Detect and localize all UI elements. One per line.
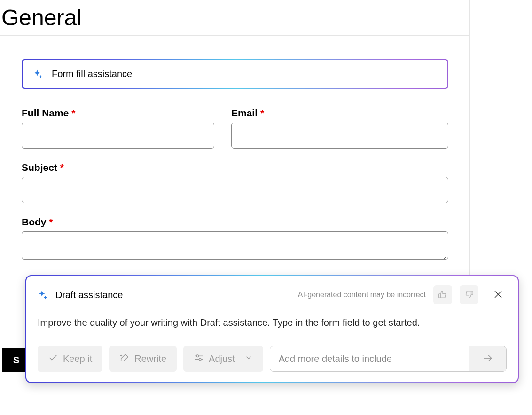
- ai-disclaimer: AI-generated content may be incorrect: [298, 291, 426, 299]
- page-title: General: [0, 0, 469, 36]
- draft-body-text: Improve the quality of your writing with…: [38, 317, 507, 328]
- rewrite-button[interactable]: Rewrite: [109, 346, 177, 372]
- details-input[interactable]: [270, 346, 469, 371]
- adjust-button[interactable]: Adjust: [183, 346, 263, 372]
- body-label: Body *: [22, 216, 448, 228]
- thumbs-up-button[interactable]: [433, 285, 452, 304]
- check-icon: [48, 353, 58, 365]
- sliders-icon: [194, 353, 204, 365]
- body-textarea[interactable]: [22, 231, 448, 260]
- draft-assistance-panel: Draft assistance AI-generated content ma…: [25, 275, 519, 383]
- email-input[interactable]: [231, 123, 448, 149]
- sparkle-icon: [38, 290, 48, 300]
- draft-title: Draft assistance: [55, 290, 290, 300]
- send-button[interactable]: [469, 346, 506, 371]
- subject-input[interactable]: [22, 177, 448, 203]
- arrow-right-icon: [482, 352, 494, 366]
- full-name-input[interactable]: [22, 123, 214, 149]
- email-label: Email *: [231, 108, 448, 119]
- svg-point-3: [196, 355, 199, 357]
- chevron-down-icon: [244, 354, 253, 364]
- thumbs-down-icon: [464, 289, 474, 301]
- close-button[interactable]: [490, 286, 507, 303]
- subject-label: Subject *: [22, 162, 448, 173]
- form-fill-label: Form fill assistance: [52, 69, 132, 79]
- close-icon: [494, 290, 502, 300]
- rewrite-icon: [119, 353, 130, 365]
- thumbs-down-button[interactable]: [460, 285, 478, 304]
- thumbs-up-icon: [438, 289, 448, 301]
- sparkle-icon: [33, 69, 43, 79]
- form-fill-assistance-banner[interactable]: Form fill assistance: [22, 59, 448, 89]
- keep-it-button[interactable]: Keep it: [38, 346, 102, 372]
- svg-point-5: [199, 358, 202, 361]
- full-name-label: Full Name *: [22, 108, 214, 119]
